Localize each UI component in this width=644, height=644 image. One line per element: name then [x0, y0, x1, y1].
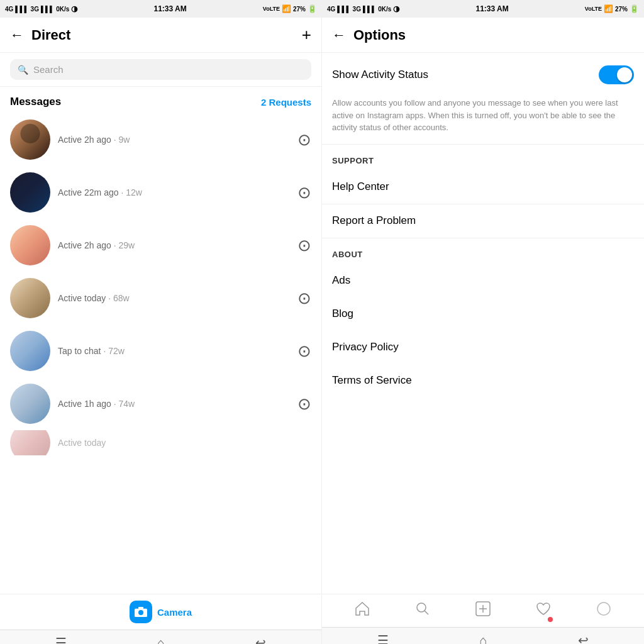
right-wifi-icon: 📶 [604, 4, 613, 13]
list-item[interactable]: Tap to chat · 72w ⊙ [0, 325, 321, 377]
left-signal-bars2: ▌▌▌ [41, 6, 54, 13]
camera-nav-label[interactable]: Camera [157, 607, 192, 618]
left-battery-pct: 27% [293, 6, 306, 13]
list-item[interactable]: Active 1h ago · 74w ⊙ [0, 377, 321, 430]
message-status: Active today [58, 438, 106, 448]
right-signal-info: 4G ▌▌▌ 3G ▌▌▌ 0K/s ◑ [327, 4, 399, 13]
camera-icon[interactable]: ⊙ [297, 236, 311, 255]
list-item[interactable]: Active 2h ago · 29w ⊙ [0, 219, 321, 272]
message-info: Tap to chat · 72w [58, 345, 290, 357]
privacy-policy-item[interactable]: Privacy Policy [322, 331, 644, 364]
back-nav-icon[interactable]: ↩ [255, 635, 266, 644]
list-item[interactable]: Active today · 68w ⊙ [0, 272, 321, 325]
svg-point-3 [417, 603, 426, 612]
blog-item[interactable]: Blog [322, 297, 644, 331]
avatar [10, 119, 50, 160]
message-status: Active today · 68w [58, 293, 130, 303]
home-right-icon[interactable]: ⌂ [479, 633, 487, 645]
back-button[interactable]: ← [10, 27, 24, 43]
right-time: 11:33 AM [475, 4, 508, 13]
search-nav-icon[interactable] [414, 601, 431, 621]
avatar [10, 172, 50, 213]
right-data-speed: 0K/s [378, 6, 391, 13]
message-info: Active 2h ago · 9w [58, 134, 290, 145]
android-nav-left: ☰ ⌂ ↩ [0, 630, 321, 644]
message-status: Active 1h ago · 74w [58, 399, 135, 409]
activity-status-toggle[interactable] [599, 65, 634, 84]
options-panel: ← Options Show Activity Status Allow acc… [322, 18, 644, 644]
add-post-icon[interactable] [475, 601, 491, 621]
search-container: 🔍 Search [0, 53, 321, 87]
options-header: ← Options [322, 18, 644, 53]
about-section-header: ABOUT [322, 238, 644, 264]
svg-point-8 [597, 602, 610, 615]
right-signal-bars: ▌▌▌ [337, 6, 350, 13]
left-time: 11:33 AM [153, 4, 186, 13]
list-item[interactable]: Active 22m ago · 12w ⊙ [0, 166, 321, 219]
android-nav-right: ☰ ⌂ ↩ [322, 627, 644, 644]
right-battery-icon: 🔋 [630, 4, 639, 13]
camera-icon[interactable]: ⊙ [297, 289, 311, 308]
camera-icon[interactable]: ⊙ [297, 341, 311, 361]
left-data-speed: 0K/s [56, 6, 69, 13]
right-volte-icon: VoLTE [585, 6, 602, 12]
svg-rect-2 [138, 607, 143, 609]
ads-item[interactable]: Ads [322, 264, 644, 297]
left-wifi-icon: 📶 [282, 4, 291, 13]
avatar [10, 278, 50, 318]
back-right-icon[interactable]: ↩ [578, 633, 589, 644]
profile-nav-icon[interactable] [596, 601, 612, 621]
list-item[interactable]: Active 2h ago · 9w ⊙ [0, 113, 321, 166]
menu-icon[interactable]: ☰ [55, 635, 67, 644]
home-nav-icon[interactable] [354, 601, 370, 621]
messages-list: Active 2h ago · 9w ⊙ Active 22m ago · 12… [0, 113, 321, 594]
menu-right-icon[interactable]: ☰ [377, 633, 389, 644]
camera-icon[interactable]: ⊙ [297, 394, 311, 414]
activity-status-label: Show Activity Status [332, 69, 428, 81]
left-signal-bars: ▌▌▌ [15, 6, 28, 13]
svg-point-1 [138, 610, 143, 615]
home-icon[interactable]: ⌂ [157, 636, 165, 645]
list-item[interactable]: Active today [0, 430, 321, 455]
camera-icon[interactable]: ⊙ [297, 183, 311, 203]
bottom-nav-right: ☰ ⌂ ↩ [322, 594, 644, 644]
terms-of-service-item[interactable]: Terms of Service [322, 364, 644, 397]
report-problem-item[interactable]: Report a Problem [322, 204, 644, 238]
support-section-header: SUPPORT [322, 145, 644, 170]
left-status-bar: 4G ▌▌▌ 3G ▌▌▌ 0K/s ◑ 11:33 AM VoLTE 📶 27… [0, 0, 322, 18]
camera-nav: Camera [0, 594, 321, 630]
direct-header: ← Direct + [0, 18, 321, 53]
message-info: Active 1h ago · 74w [58, 398, 290, 409]
avatar [10, 384, 50, 424]
message-info: Active today · 68w [58, 292, 290, 304]
message-status: Tap to chat · 72w [58, 346, 125, 356]
search-box[interactable]: 🔍 Search [10, 59, 311, 80]
search-icon: 🔍 [18, 65, 28, 75]
left-signal-info: 4G ▌▌▌ 3G ▌▌▌ 0K/s ◑ [5, 4, 77, 13]
messages-header: Messages 2 Requests [0, 87, 321, 113]
activity-status-row: Show Activity Status [322, 53, 644, 97]
new-message-button[interactable]: + [302, 25, 311, 45]
instagram-nav [322, 594, 644, 627]
message-info: Active 2h ago · 29w [58, 240, 290, 251]
search-placeholder: Search [33, 64, 64, 75]
bottom-nav-left: Camera ☰ ⌂ ↩ [0, 594, 321, 644]
help-center-item[interactable]: Help Center [322, 170, 644, 204]
right-battery-pct: 27% [615, 6, 628, 13]
direct-messages-panel: ← Direct + 🔍 Search Messages 2 Requests … [0, 18, 322, 644]
camera-icon[interactable]: ⊙ [297, 130, 311, 150]
right-right-icons: VoLTE 📶 27% 🔋 [585, 4, 639, 13]
options-back-button[interactable]: ← [332, 27, 346, 43]
message-requests-button[interactable]: 2 Requests [261, 97, 311, 108]
notification-dot [548, 617, 553, 622]
camera-nav-icon[interactable] [130, 601, 152, 623]
left-right-icons: VoLTE 📶 27% 🔋 [263, 4, 317, 13]
header-left-group: ← Direct [10, 27, 70, 43]
left-volte-icon: VoLTE [263, 6, 280, 12]
message-status: Active 2h ago · 9w [58, 135, 130, 145]
heart-nav-icon[interactable] [535, 601, 552, 621]
messages-label: Messages [10, 96, 61, 108]
options-content: Show Activity Status Allow accounts you … [322, 53, 644, 594]
toggle-knob [617, 67, 632, 82]
right-status-bar: 4G ▌▌▌ 3G ▌▌▌ 0K/s ◑ 11:33 AM VoLTE 📶 27… [322, 0, 644, 18]
